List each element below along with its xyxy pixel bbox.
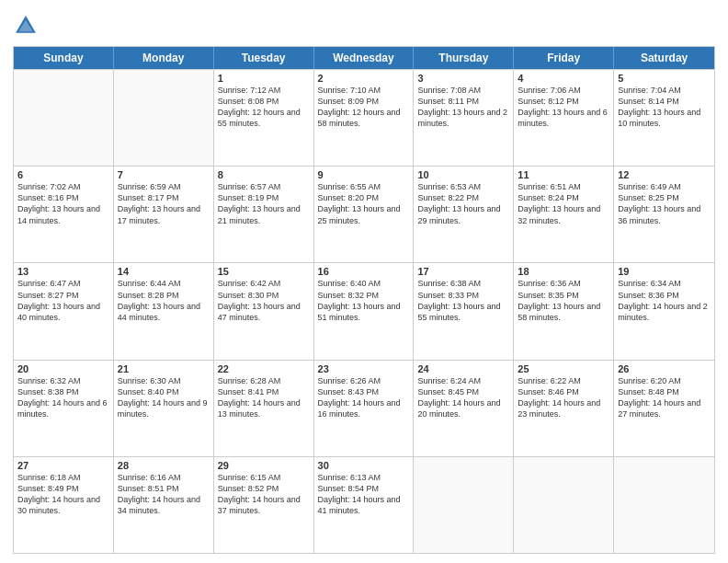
calendar-cell: 25Sunrise: 6:22 AM Sunset: 8:46 PM Dayli… xyxy=(514,361,614,456)
calendar-cell: 23Sunrise: 6:26 AM Sunset: 8:43 PM Dayli… xyxy=(314,361,415,456)
cell-info: Sunrise: 6:59 AM Sunset: 8:17 PM Dayligh… xyxy=(118,181,210,226)
day-number: 26 xyxy=(618,363,711,374)
cell-info: Sunrise: 7:06 AM Sunset: 8:12 PM Dayligh… xyxy=(518,85,609,130)
calendar-cell: 19Sunrise: 6:34 AM Sunset: 8:36 PM Dayli… xyxy=(614,263,714,359)
logo-icon xyxy=(13,13,39,39)
day-number: 6 xyxy=(17,169,109,180)
calendar-week-2: 6Sunrise: 7:02 AM Sunset: 8:16 PM Daylig… xyxy=(14,166,714,262)
cell-info: Sunrise: 7:04 AM Sunset: 8:14 PM Dayligh… xyxy=(618,85,711,130)
day-number: 28 xyxy=(118,460,210,471)
calendar-week-1: 1Sunrise: 7:12 AM Sunset: 8:08 PM Daylig… xyxy=(14,69,714,166)
calendar-cell: 20Sunrise: 6:32 AM Sunset: 8:38 PM Dayli… xyxy=(14,361,114,456)
calendar-cell xyxy=(514,457,614,553)
calendar-header-row: SundayMondayTuesdayWednesdayThursdayFrid… xyxy=(14,47,714,69)
day-number: 3 xyxy=(417,73,509,84)
cell-info: Sunrise: 6:32 AM Sunset: 8:38 PM Dayligh… xyxy=(17,375,109,420)
calendar-cell: 18Sunrise: 6:36 AM Sunset: 8:35 PM Dayli… xyxy=(514,263,614,359)
day-number: 27 xyxy=(17,460,109,471)
cell-info: Sunrise: 6:16 AM Sunset: 8:51 PM Dayligh… xyxy=(118,472,210,517)
calendar-cell: 17Sunrise: 6:38 AM Sunset: 8:33 PM Dayli… xyxy=(414,263,514,359)
calendar-cell: 10Sunrise: 6:53 AM Sunset: 8:22 PM Dayli… xyxy=(414,167,514,262)
day-number: 7 xyxy=(118,169,210,180)
calendar-cell: 7Sunrise: 6:59 AM Sunset: 8:17 PM Daylig… xyxy=(114,167,214,262)
calendar-cell: 29Sunrise: 6:15 AM Sunset: 8:52 PM Dayli… xyxy=(214,457,314,553)
cell-info: Sunrise: 6:57 AM Sunset: 8:19 PM Dayligh… xyxy=(218,181,310,226)
calendar-cell: 9Sunrise: 6:55 AM Sunset: 8:20 PM Daylig… xyxy=(314,167,415,262)
calendar-cell: 22Sunrise: 6:28 AM Sunset: 8:41 PM Dayli… xyxy=(214,361,314,456)
day-number: 22 xyxy=(218,363,310,374)
calendar-cell: 1Sunrise: 7:12 AM Sunset: 8:08 PM Daylig… xyxy=(214,70,314,166)
day-number: 10 xyxy=(417,169,509,180)
day-number: 11 xyxy=(518,169,609,180)
day-number: 16 xyxy=(318,266,410,277)
cell-info: Sunrise: 6:40 AM Sunset: 8:32 PM Dayligh… xyxy=(318,278,410,323)
calendar-week-4: 20Sunrise: 6:32 AM Sunset: 8:38 PM Dayli… xyxy=(14,360,714,456)
day-number: 13 xyxy=(17,266,109,277)
day-number: 24 xyxy=(417,363,509,374)
calendar-week-3: 13Sunrise: 6:47 AM Sunset: 8:27 PM Dayli… xyxy=(14,262,714,359)
calendar-cell: 21Sunrise: 6:30 AM Sunset: 8:40 PM Dayli… xyxy=(114,361,214,456)
cell-info: Sunrise: 7:02 AM Sunset: 8:16 PM Dayligh… xyxy=(17,181,109,226)
cell-info: Sunrise: 6:55 AM Sunset: 8:20 PM Dayligh… xyxy=(318,181,410,226)
cell-info: Sunrise: 6:44 AM Sunset: 8:28 PM Dayligh… xyxy=(118,278,210,323)
calendar-body: 1Sunrise: 7:12 AM Sunset: 8:08 PM Daylig… xyxy=(14,69,714,553)
calendar-cell: 5Sunrise: 7:04 AM Sunset: 8:14 PM Daylig… xyxy=(614,70,714,166)
calendar-cell: 28Sunrise: 6:16 AM Sunset: 8:51 PM Dayli… xyxy=(114,457,214,553)
cell-info: Sunrise: 7:12 AM Sunset: 8:08 PM Dayligh… xyxy=(218,85,310,130)
header-day-thursday: Thursday xyxy=(414,47,514,69)
calendar-cell: 3Sunrise: 7:08 AM Sunset: 8:11 PM Daylig… xyxy=(414,70,514,166)
cell-info: Sunrise: 6:13 AM Sunset: 8:54 PM Dayligh… xyxy=(318,472,410,517)
day-number: 12 xyxy=(618,169,711,180)
cell-info: Sunrise: 6:22 AM Sunset: 8:46 PM Dayligh… xyxy=(518,375,609,420)
day-number: 14 xyxy=(118,266,210,277)
calendar-cell xyxy=(414,457,514,553)
calendar: SundayMondayTuesdayWednesdayThursdayFrid… xyxy=(13,46,715,554)
header-day-friday: Friday xyxy=(514,47,614,69)
cell-info: Sunrise: 7:10 AM Sunset: 8:09 PM Dayligh… xyxy=(318,85,410,130)
day-number: 2 xyxy=(318,73,410,84)
cell-info: Sunrise: 6:47 AM Sunset: 8:27 PM Dayligh… xyxy=(17,278,109,323)
cell-info: Sunrise: 6:30 AM Sunset: 8:40 PM Dayligh… xyxy=(118,375,210,420)
day-number: 5 xyxy=(618,73,711,84)
calendar-cell: 14Sunrise: 6:44 AM Sunset: 8:28 PM Dayli… xyxy=(114,263,214,359)
header-day-saturday: Saturday xyxy=(614,47,714,69)
day-number: 4 xyxy=(518,73,609,84)
cell-info: Sunrise: 6:49 AM Sunset: 8:25 PM Dayligh… xyxy=(618,181,711,226)
calendar-cell: 8Sunrise: 6:57 AM Sunset: 8:19 PM Daylig… xyxy=(214,167,314,262)
calendar-cell: 30Sunrise: 6:13 AM Sunset: 8:54 PM Dayli… xyxy=(314,457,415,553)
cell-info: Sunrise: 6:15 AM Sunset: 8:52 PM Dayligh… xyxy=(218,472,310,517)
calendar-cell: 27Sunrise: 6:18 AM Sunset: 8:49 PM Dayli… xyxy=(14,457,114,553)
cell-info: Sunrise: 6:18 AM Sunset: 8:49 PM Dayligh… xyxy=(17,472,109,517)
day-number: 17 xyxy=(417,266,509,277)
cell-info: Sunrise: 6:42 AM Sunset: 8:30 PM Dayligh… xyxy=(218,278,310,323)
calendar-cell: 6Sunrise: 7:02 AM Sunset: 8:16 PM Daylig… xyxy=(14,167,114,262)
day-number: 15 xyxy=(218,266,310,277)
calendar-cell: 15Sunrise: 6:42 AM Sunset: 8:30 PM Dayli… xyxy=(214,263,314,359)
day-number: 19 xyxy=(618,266,711,277)
day-number: 8 xyxy=(218,169,310,180)
cell-info: Sunrise: 6:34 AM Sunset: 8:36 PM Dayligh… xyxy=(618,278,711,323)
cell-info: Sunrise: 6:20 AM Sunset: 8:48 PM Dayligh… xyxy=(618,375,711,420)
calendar-cell xyxy=(114,70,214,166)
calendar-cell: 4Sunrise: 7:06 AM Sunset: 8:12 PM Daylig… xyxy=(514,70,614,166)
day-number: 25 xyxy=(518,363,609,374)
calendar-cell: 13Sunrise: 6:47 AM Sunset: 8:27 PM Dayli… xyxy=(14,263,114,359)
calendar-week-5: 27Sunrise: 6:18 AM Sunset: 8:49 PM Dayli… xyxy=(14,456,714,553)
cell-info: Sunrise: 6:24 AM Sunset: 8:45 PM Dayligh… xyxy=(417,375,509,420)
day-number: 30 xyxy=(318,460,410,471)
header xyxy=(13,9,715,39)
header-day-monday: Monday xyxy=(114,47,214,69)
day-number: 20 xyxy=(17,363,109,374)
calendar-cell: 12Sunrise: 6:49 AM Sunset: 8:25 PM Dayli… xyxy=(614,167,714,262)
day-number: 21 xyxy=(118,363,210,374)
calendar-cell: 2Sunrise: 7:10 AM Sunset: 8:09 PM Daylig… xyxy=(314,70,415,166)
day-number: 9 xyxy=(318,169,410,180)
cell-info: Sunrise: 6:38 AM Sunset: 8:33 PM Dayligh… xyxy=(417,278,509,323)
logo xyxy=(13,13,40,39)
calendar-cell xyxy=(614,457,714,553)
cell-info: Sunrise: 6:53 AM Sunset: 8:22 PM Dayligh… xyxy=(417,181,509,226)
page: SundayMondayTuesdayWednesdayThursdayFrid… xyxy=(0,0,728,563)
calendar-cell: 16Sunrise: 6:40 AM Sunset: 8:32 PM Dayli… xyxy=(314,263,415,359)
cell-info: Sunrise: 6:36 AM Sunset: 8:35 PM Dayligh… xyxy=(518,278,609,323)
calendar-cell xyxy=(14,70,114,166)
